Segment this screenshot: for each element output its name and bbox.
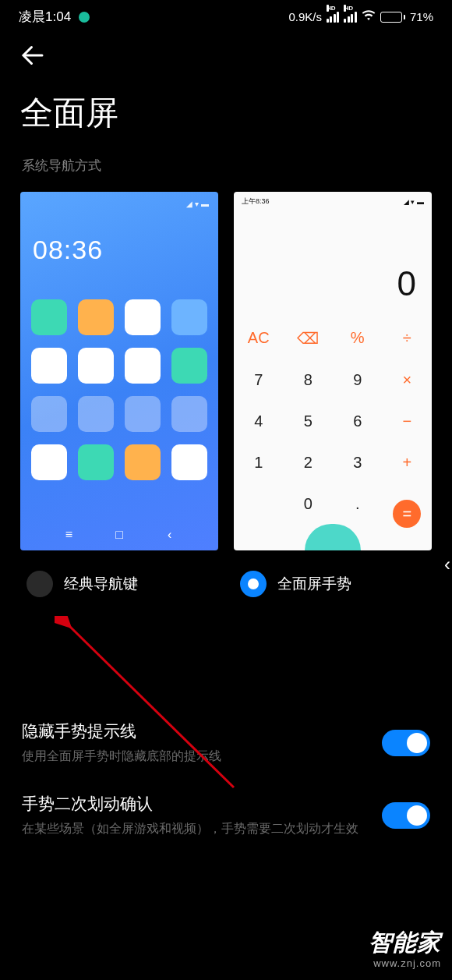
battery-icon <box>380 12 405 23</box>
back-button[interactable] <box>19 41 433 73</box>
status-indicator-dot-icon <box>79 12 90 23</box>
toggle-hide-gesture-hint[interactable] <box>382 730 430 756</box>
radio-classic-nav[interactable] <box>26 571 53 597</box>
preview-fullscreen-gesture: 上午8:36 ◢ ▾ ▬ 0 AC⌫%÷ 789× 456− 123+ 0.= <box>234 192 432 550</box>
preview-home-clock: 08:36 <box>33 235 209 265</box>
section-label-navigation-mode: 系统导航方式 <box>0 157 452 192</box>
signal-sim1-icon: HD <box>327 12 340 23</box>
radio-fullscreen-gesture[interactable] <box>240 571 267 597</box>
edge-back-chevron-icon: ‹ <box>444 554 450 575</box>
status-battery-pct: 71% <box>410 10 433 23</box>
setting-double-swipe-confirm[interactable]: 手势二次划动确认 在某些场景（如全屏游戏和视频），手势需要二次划动才生效 <box>22 779 430 851</box>
radio-classic-nav-label: 经典导航键 <box>64 574 138 594</box>
status-network-speed: 0.9K/s <box>288 10 322 23</box>
preview-calc-keypad: AC⌫%÷ 789× 456− 123+ 0.= <box>234 317 432 540</box>
status-time: 凌晨1:04 <box>19 8 71 26</box>
wifi-icon <box>362 9 376 25</box>
setting-double-swipe-title: 手势二次划动确认 <box>22 793 358 815</box>
option-classic-nav[interactable]: ◢ ▾ ▬ 08:36 ≡ □ ‹ 经典导航键 <box>20 192 218 597</box>
watermark: 智能家 www.znj.com <box>369 927 441 969</box>
watermark-url: www.znj.com <box>369 957 441 969</box>
nav-home-icon: □ <box>113 529 125 541</box>
nav-menu-icon: ≡ <box>62 529 75 541</box>
status-bar: 凌晨1:04 0.9K/s HD HD 71% <box>0 0 452 30</box>
signal-sim2-icon: HD <box>344 12 357 23</box>
preview-nav-bar: ≡ □ ‹ <box>30 521 209 550</box>
watermark-brand: 智能家 <box>369 927 441 959</box>
preview-home-status-icons: ◢ ▾ ▬ <box>30 200 209 208</box>
radio-fullscreen-gesture-label: 全面屏手势 <box>277 574 351 594</box>
setting-hide-gesture-hint-desc: 使用全面屏手势时隐藏底部的提示线 <box>22 747 221 765</box>
setting-hide-gesture-hint-title: 隐藏手势提示线 <box>22 720 221 742</box>
page-title: 全面屏 <box>0 79 452 157</box>
preview-calc-display: 0 <box>234 208 432 317</box>
setting-hide-gesture-hint[interactable]: 隐藏手势提示线 使用全面屏手势时隐藏底部的提示线 <box>22 706 430 779</box>
nav-back-icon: ‹ <box>164 529 176 541</box>
preview-calc-time: 上午8:36 <box>242 196 270 207</box>
setting-double-swipe-desc: 在某些场景（如全屏游戏和视频），手势需要二次划动才生效 <box>22 819 358 837</box>
preview-classic-nav: ◢ ▾ ▬ 08:36 ≡ □ ‹ <box>20 192 218 550</box>
preview-home-app-grid <box>30 299 209 480</box>
preview-calc-status-icons: ◢ ▾ ▬ <box>404 196 424 207</box>
toggle-double-swipe-confirm[interactable] <box>382 802 430 829</box>
option-fullscreen-gesture[interactable]: 上午8:36 ◢ ▾ ▬ 0 AC⌫%÷ 789× 456− 123+ 0.= … <box>234 192 432 597</box>
